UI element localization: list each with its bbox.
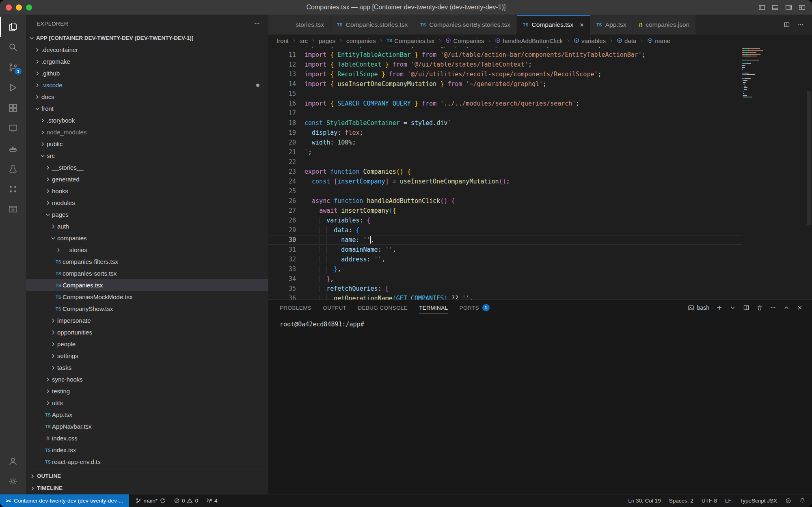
code-editor[interactable]: 10import { WithTopBarContainer } from '@… <box>268 47 812 300</box>
activitybar-beaker[interactable] <box>0 159 26 179</box>
tree-item-public[interactable]: public <box>26 138 268 150</box>
editor-tab-app.tsx[interactable]: TSApp.tsx <box>590 15 633 35</box>
tree-item-.devcontainer[interactable]: .devcontainer <box>26 44 268 56</box>
breadcrumb-item-src[interactable]: src <box>300 37 308 44</box>
activitybar-source-control[interactable]: 1 <box>0 57 26 78</box>
minimize-window-button[interactable] <box>16 4 22 11</box>
code-line-15[interactable]: 15 <box>268 89 812 99</box>
toggle-panel-icon[interactable] <box>772 4 779 11</box>
language-mode-status[interactable]: TypeScript JSX <box>740 498 777 504</box>
code-line-13[interactable]: 13import { RecoilScope } from '@/ui/util… <box>268 69 812 79</box>
tree-item-src[interactable]: src <box>26 150 268 162</box>
code-line-14[interactable]: 14import { useInsertOneCompanyMutation }… <box>268 79 812 89</box>
breadcrumb-item-variables[interactable]: variables <box>574 37 606 44</box>
terminal-shell-selector[interactable]: bash <box>688 304 709 311</box>
code-line-29[interactable]: 29 data: { <box>268 225 812 235</box>
forwarded-ports-status[interactable]: 4 <box>206 498 218 504</box>
split-terminal-icon[interactable] <box>743 304 749 311</box>
panel-tab-debug-console[interactable]: DEBUG CONSOLE <box>358 300 408 315</box>
tree-item-docs[interactable]: docs <box>26 91 268 103</box>
activitybar-settings[interactable] <box>0 471 26 492</box>
formatter-status-icon[interactable] <box>785 498 791 504</box>
problems-status[interactable]: 0 0 <box>174 498 198 504</box>
code-line-28[interactable]: 28 variables: { <box>268 216 812 225</box>
terminal-dropdown-icon[interactable] <box>730 304 736 311</box>
code-line-17[interactable]: 17 <box>268 108 812 118</box>
close-window-button[interactable] <box>6 4 12 11</box>
code-line-12[interactable]: 12import { TableContext } from '@/ui/tab… <box>268 60 812 69</box>
activitybar-grid[interactable] <box>0 179 26 199</box>
tree-item-auth[interactable]: auth <box>26 220 268 232</box>
code-line-26[interactable]: 26 async function handleAddButtonClick()… <box>268 196 812 206</box>
code-line-35[interactable]: 35 refetchQueries: [ <box>268 284 812 293</box>
tree-item-companies-sorts.tsx[interactable]: TScompanies-sorts.tsx <box>26 268 268 279</box>
maximize-panel-icon[interactable] <box>783 304 790 311</box>
tree-item-tasks[interactable]: tasks <box>26 362 268 373</box>
tree-item-companies[interactable]: companies <box>26 232 268 244</box>
code-line-10[interactable]: 10import { WithTopBarContainer } from '@… <box>268 47 812 50</box>
activitybar-extensions[interactable] <box>0 98 26 118</box>
panel-tab-problems[interactable]: PROBLEMS <box>280 300 311 315</box>
editor-scrollbar[interactable] <box>806 47 812 300</box>
code-line-24[interactable]: 24 const [insertCompany] = useInsertOneC… <box>268 177 812 186</box>
cursor-position-status[interactable]: Ln 30, Col 19 <box>628 498 661 504</box>
notifications-bell-icon[interactable] <box>799 498 806 504</box>
activitybar-remote-explorer[interactable] <box>0 118 26 138</box>
tree-item-front[interactable]: front <box>26 103 268 114</box>
minimap[interactable] <box>742 48 789 99</box>
panel-tab-terminal[interactable]: TERMINAL <box>419 300 448 315</box>
encoding-status[interactable]: UTF-8 <box>702 498 717 504</box>
tree-item-companies-filters.tsx[interactable]: TScompanies-filters.tsx <box>26 256 268 268</box>
breadcrumb-item-companies[interactable]: Companies <box>445 37 484 44</box>
code-line-22[interactable]: 22 <box>268 157 812 167</box>
toggle-primary-sidebar-icon[interactable] <box>758 4 765 11</box>
breadcrumb-item-data[interactable]: data <box>617 37 636 44</box>
breadcrumb-item-front[interactable]: front <box>276 37 289 44</box>
tree-item-.github[interactable]: .github <box>26 67 268 79</box>
panel-tab-output[interactable]: OUTPUT <box>323 300 346 315</box>
tree-item-impersonate[interactable]: impersonate <box>26 315 268 326</box>
outline-section-header[interactable]: OUTLINE <box>26 470 268 482</box>
breadcrumb-item-handleaddbuttonclick[interactable]: handleAddButtonClick <box>495 37 563 44</box>
close-tab-icon[interactable]: × <box>580 22 584 28</box>
split-editor-icon[interactable] <box>784 22 790 28</box>
tree-item-node_modules[interactable]: node_modules <box>26 126 268 138</box>
tree-item-people[interactable]: people <box>26 338 268 350</box>
editor-tab-stories.tsx[interactable]: stories.tsx <box>268 15 331 35</box>
timeline-section-header[interactable]: TIMELINE <box>26 482 268 494</box>
code-line-18[interactable]: 18const StyledTableContainer = styled.di… <box>268 118 812 128</box>
activitybar-live-preview[interactable] <box>0 199 26 220</box>
tree-item-modules[interactable]: modules <box>26 197 268 209</box>
code-line-27[interactable]: 27 await insertCompany({ <box>268 206 812 216</box>
code-line-30[interactable]: 30 name: '', <box>268 235 812 245</box>
code-line-31[interactable]: 31 domainName: '', <box>268 245 812 255</box>
code-line-34[interactable]: 34 }, <box>268 274 812 284</box>
tree-item-utils[interactable]: utils <box>26 397 268 409</box>
tree-item-app.tsx[interactable]: TSApp.tsx <box>26 409 268 421</box>
indentation-status[interactable]: Spaces: 2 <box>669 498 693 504</box>
tree-item-companies.tsx[interactable]: TSCompanies.tsx <box>26 279 268 291</box>
breadcrumb-item-name[interactable]: name <box>647 37 670 44</box>
editor-tab-companies.tsx[interactable]: TSCompanies.tsx× <box>517 15 590 35</box>
code-line-20[interactable]: 20 width: 100%; <box>268 138 812 147</box>
tree-item-hooks[interactable]: hooks <box>26 185 268 197</box>
customize-layout-icon[interactable] <box>799 4 806 11</box>
close-panel-icon[interactable] <box>797 304 803 311</box>
editor-tab-companies.json[interactable]: {}companies.json <box>633 15 696 35</box>
code-line-19[interactable]: 19 display: flex; <box>268 128 812 138</box>
terminal-content[interactable]: root@0a42ecd84891:/app# <box>268 315 812 494</box>
scrollbar-thumb[interactable] <box>807 91 811 225</box>
tree-item-appnavbar.tsx[interactable]: TSAppNavbar.tsx <box>26 421 268 432</box>
tree-item-.storybook[interactable]: .storybook <box>26 114 268 126</box>
kill-terminal-icon[interactable] <box>756 304 763 311</box>
eol-status[interactable]: LF <box>725 498 732 504</box>
tree-item-sync-hooks[interactable]: sync-hooks <box>26 373 268 385</box>
activitybar-docker[interactable] <box>0 138 26 159</box>
panel-tab-ports[interactable]: PORTS1 <box>460 300 490 315</box>
code-line-32[interactable]: 32 address: '', <box>268 255 812 264</box>
activitybar-explorer[interactable] <box>0 17 26 37</box>
remote-indicator[interactable]: >< Container dev-twenty-dev (dev-twenty-… <box>0 494 129 507</box>
tree-item-companyshow.tsx[interactable]: TSCompanyShow.tsx <box>26 303 268 315</box>
code-line-36[interactable]: 36 getOperationName(GET_COMPANIES) ?? ''… <box>268 293 812 300</box>
new-terminal-icon[interactable] <box>716 304 723 311</box>
